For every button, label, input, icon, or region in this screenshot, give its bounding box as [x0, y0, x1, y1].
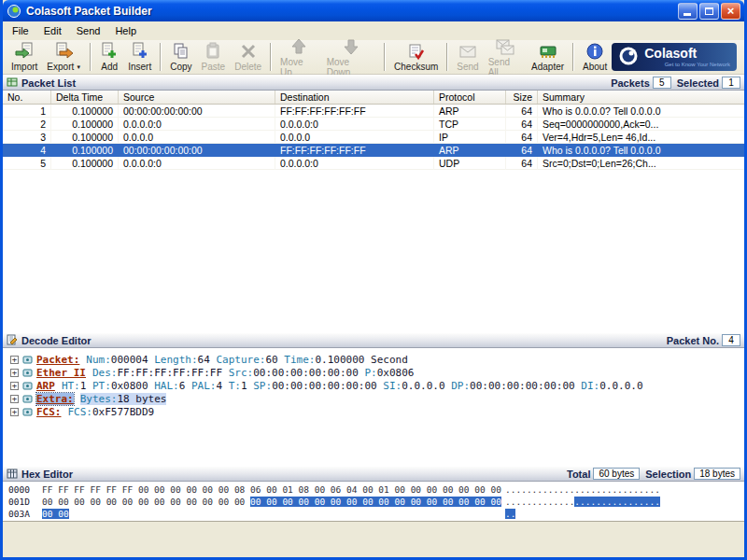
send-label: Send [457, 62, 478, 72]
decode-value: 00:00:00:00:00:00 [470, 380, 575, 392]
cell-no: 3 [3, 131, 51, 144]
decode-value: 1 [80, 380, 87, 392]
decode-value: 4 [217, 380, 223, 392]
column-header-protocol[interactable]: Protocol [434, 91, 506, 104]
send-icon [458, 42, 477, 61]
menu-item-file[interactable]: File [5, 22, 36, 39]
hex-ascii: .. [505, 509, 515, 519]
delete-icon [239, 42, 258, 61]
copy-button[interactable]: Copy [165, 41, 196, 73]
column-header-size[interactable]: Size [506, 91, 538, 104]
export-label: Export [47, 62, 74, 72]
packet-row-1[interactable]: 10.10000000:00:00:00:00:00FF:FF:FF:FF:FF… [3, 105, 744, 118]
insert-icon [131, 42, 149, 61]
export-button[interactable]: Export▼ [42, 41, 86, 73]
decode-line-packet-[interactable]: +Packet:Num:000004 Length:64 Capture:60 … [3, 353, 744, 366]
decode-value: 0.0.0.0 [599, 380, 642, 392]
decode-label: ARP [36, 380, 55, 392]
column-header-summary[interactable]: Summary [538, 91, 744, 104]
hex-row-0000[interactable]: 0000FF FF FF FF FF FF 00 00 00 00 00 00 … [3, 483, 744, 496]
close-icon [727, 5, 735, 17]
expand-icon[interactable]: + [10, 369, 19, 377]
hex-editor-header: Hex Editor Total 60 bytes Selection 18 b… [3, 466, 744, 482]
toolbar-separator [446, 43, 448, 71]
decode-line-arp[interactable]: +ARPHT:1 PT:0x0800 HAL:6 PAL:4 T:1 SP:00… [3, 379, 744, 392]
menu-item-edit[interactable]: Edit [36, 22, 69, 39]
menu-item-help[interactable]: Help [107, 22, 144, 39]
menu-item-send[interactable]: Send [69, 22, 108, 39]
decode-value: 1 [241, 380, 247, 392]
maximize-button[interactable] [699, 3, 719, 20]
add-button[interactable]: Add [95, 41, 123, 73]
packet-table-body: 10.10000000:00:00:00:00:00FF:FF:FF:FF:FF… [3, 105, 744, 170]
packet-row-3[interactable]: 30.1000000.0.0.00.0.0.0IP64Ver=4,Hdr=5,L… [3, 131, 744, 144]
decode-key: HAL: [154, 380, 179, 392]
hex-ascii-selected: ................ [574, 497, 660, 507]
hex-row-003A[interactable]: 003A00 00.. [3, 508, 744, 520]
decode-editor-icon [7, 334, 18, 347]
decode-line-ether-ii[interactable]: +Ether IIDes:FF:FF:FF:FF:FF:FF Src:00:00… [3, 366, 744, 379]
toolbar-separator [90, 43, 92, 71]
cell-source: 00:00:00:00:00:00 [119, 144, 275, 157]
about-label: About [583, 62, 607, 72]
cell-protocol: ARP [434, 144, 506, 157]
menu-bar: FileEditSendHelp [3, 21, 744, 40]
cell-no: 4 [3, 144, 51, 157]
cell-summary: Seq=0000000000,Ack=0... [538, 118, 744, 131]
maximize-icon [705, 7, 713, 15]
packet-list-header: Packet List Packets 5 Selected 1 [3, 75, 744, 91]
packet-row-5[interactable]: 50.1000000.0.0.0:00.0.0.0:0UDP64Src=0;Ds… [3, 157, 744, 170]
cell-dest: FF:FF:FF:FF:FF:FF [275, 144, 434, 157]
adapter-label: Adapter [531, 62, 564, 72]
paste-label: Paste [202, 62, 226, 72]
decode-key: PAL: [191, 380, 217, 392]
dropdown-caret-icon: ▼ [76, 64, 81, 70]
hex-row-001D[interactable]: 001D00 00 00 00 00 00 00 00 00 00 00 00 … [3, 496, 744, 508]
decode-value: 64 [198, 354, 210, 366]
hex-editor-icon [7, 468, 18, 481]
packet-no-label: Packet No. [667, 335, 719, 346]
packet-row-2[interactable]: 20.1000000.0.0.0:00.0.0.0:0TCP64Seq=0000… [3, 118, 744, 131]
insert-button[interactable]: Insert [123, 41, 156, 73]
cell-source: 0.0.0.0:0 [119, 157, 275, 170]
checksum-button[interactable]: Checksum [389, 41, 443, 73]
column-header-no-[interactable]: No. [3, 91, 51, 104]
adapter-button[interactable]: Adapter [527, 41, 569, 73]
decode-line-fcs-[interactable]: +FCS:FCS:0xF577BDD9 [3, 405, 744, 418]
cell-size: 64 [506, 105, 538, 118]
close-button[interactable] [721, 3, 740, 20]
field-icon [22, 355, 33, 365]
column-header-source[interactable]: Source [119, 91, 275, 104]
cell-no: 5 [3, 157, 51, 170]
cell-dest: 0.0.0.0:0 [275, 157, 434, 170]
move-down-icon [342, 37, 360, 56]
add-icon [100, 42, 119, 61]
send-all-icon [496, 37, 514, 56]
expand-icon[interactable]: + [10, 395, 19, 403]
cell-summary: Ver=4,Hdr=5,Len= 46,Id... [538, 131, 744, 144]
import-button[interactable]: Import [7, 41, 42, 73]
adapter-icon [539, 42, 557, 61]
minimize-button[interactable] [678, 3, 698, 20]
decode-key: Src: [229, 367, 254, 379]
packet-row-4[interactable]: 40.10000000:00:00:00:00:00FF:FF:FF:FF:FF… [3, 144, 744, 157]
checksum-icon [407, 42, 426, 61]
column-header-destination[interactable]: Destination [275, 91, 434, 104]
decode-value: 6 [179, 380, 186, 392]
hex-offset: 0000 [8, 484, 33, 495]
field-icon [22, 407, 33, 417]
decode-editor-title: Decode Editor [21, 335, 92, 346]
expand-icon[interactable]: + [10, 356, 19, 364]
decode-line-extra-[interactable]: +Extra:Bytes:18 bytes [3, 392, 744, 405]
hex-ascii: ............................. [505, 497, 660, 507]
decode-editor-content: +Packet:Num:000004 Length:64 Capture:60 … [3, 348, 744, 466]
import-label: Import [11, 62, 37, 72]
expand-icon[interactable]: + [10, 382, 19, 390]
decode-key: SP: [253, 380, 272, 392]
total-value: 60 bytes [593, 468, 640, 480]
expand-icon[interactable]: + [10, 408, 19, 416]
column-header-delta-time[interactable]: Delta Time [51, 91, 119, 104]
hex-ascii-selected: .. [505, 509, 515, 519]
colasoft-logo: Colasoft Get to Know Your Network [612, 43, 737, 71]
about-button[interactable]: About [578, 41, 612, 73]
